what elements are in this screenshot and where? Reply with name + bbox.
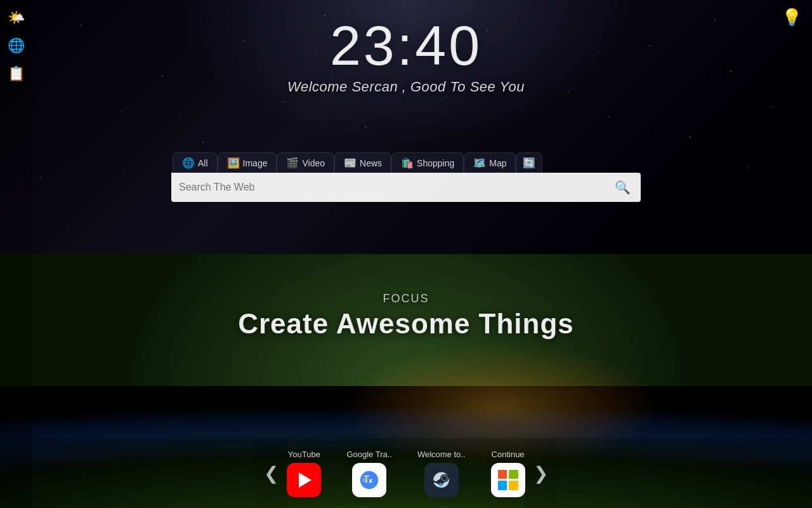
all-tab-icon: 🌐	[182, 157, 195, 169]
tab-image[interactable]: 🖼️ Image	[218, 152, 277, 173]
tab-refresh[interactable]: 🔄	[516, 152, 542, 173]
tab-all[interactable]: 🌐 All	[173, 152, 218, 173]
search-container: 🌐 All 🖼️ Image 🎬 Video 📰 News 🛍️ Shoppin…	[171, 152, 641, 202]
svg-point-2	[442, 475, 447, 481]
news-tab-icon: 📰	[344, 157, 357, 169]
ms-square-yellow	[509, 481, 518, 490]
tab-shopping[interactable]: 🛍️ Shopping	[391, 152, 464, 173]
microsoft-label: Continue	[492, 450, 525, 459]
steam-label: Welcome to..	[417, 450, 466, 459]
shortcuts-bar: ❮ YouTube Google Tra.. G	[0, 438, 812, 508]
svg-point-3	[439, 483, 442, 486]
shortcut-microsoft[interactable]: Continue	[491, 450, 525, 497]
ms-windows-grid	[498, 470, 518, 490]
steam-icon	[424, 463, 459, 497]
tab-image-label: Image	[243, 158, 268, 168]
microsoft-icon	[491, 463, 525, 497]
ms-square-green	[509, 470, 518, 479]
refresh-icon: 🔄	[523, 157, 535, 169]
focus-text: Create Awesome Things	[238, 308, 574, 340]
google-translate-icon: G	[352, 463, 386, 497]
next-chevron-icon: ❯	[534, 463, 548, 484]
shortcut-steam[interactable]: Welcome to..	[417, 450, 466, 497]
google-translate-label: Google Tra..	[346, 450, 392, 459]
shortcut-youtube[interactable]: YouTube	[287, 450, 321, 497]
image-tab-icon: 🖼️	[227, 157, 240, 169]
shopping-tab-icon: 🛍️	[401, 157, 414, 169]
welcome-message: Welcome Sercan , Good To See You	[287, 79, 525, 95]
map-tab-icon: 🗺️	[473, 157, 486, 169]
shortcut-google-translate[interactable]: Google Tra.. G	[346, 450, 392, 497]
ms-square-blue	[498, 481, 508, 490]
next-arrow-button[interactable]: ❯	[525, 438, 557, 508]
clock-container: 23:40 Welcome Sercan , Good To See You	[0, 18, 812, 95]
focus-section: Focus Create Awesome Things	[238, 292, 574, 340]
tab-news[interactable]: 📰 News	[334, 152, 391, 173]
clock-display: 23:40	[330, 18, 482, 74]
search-tabs: 🌐 All 🖼️ Image 🎬 Video 📰 News 🛍️ Shoppin…	[171, 152, 641, 173]
video-tab-icon: 🎬	[286, 157, 299, 169]
tab-map[interactable]: 🗺️ Map	[464, 152, 516, 173]
svg-text:G: G	[363, 476, 368, 483]
youtube-play-icon	[299, 472, 311, 488]
focus-label: Focus	[238, 292, 574, 305]
steam-svg	[430, 469, 453, 491]
tab-all-label: All	[198, 158, 208, 168]
youtube-label: YouTube	[288, 450, 320, 459]
tab-news-label: News	[360, 158, 382, 168]
tab-video-label: Video	[302, 158, 325, 168]
prev-arrow-button[interactable]: ❮	[255, 438, 287, 508]
tab-shopping-label: Shopping	[417, 158, 454, 168]
prev-chevron-icon: ❮	[264, 463, 278, 484]
search-input[interactable]	[179, 182, 612, 193]
tab-map-label: Map	[489, 158, 506, 168]
shortcuts-list: YouTube Google Tra.. G Welcome to..	[287, 450, 525, 497]
google-translate-svg: G	[358, 469, 380, 491]
youtube-icon	[287, 463, 321, 497]
tab-video[interactable]: 🎬 Video	[277, 152, 334, 173]
search-icon: 🔍	[615, 180, 631, 194]
search-button[interactable]: 🔍	[612, 177, 633, 197]
search-box: 🔍	[171, 173, 641, 202]
ms-square-red	[498, 470, 508, 479]
